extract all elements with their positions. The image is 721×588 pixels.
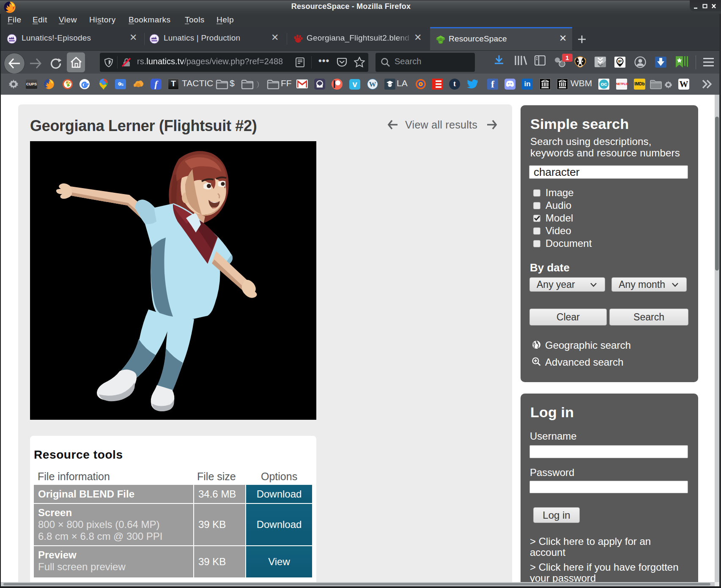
svg-text:W: W [369,80,376,88]
svg-text:IP: IP [618,59,622,63]
